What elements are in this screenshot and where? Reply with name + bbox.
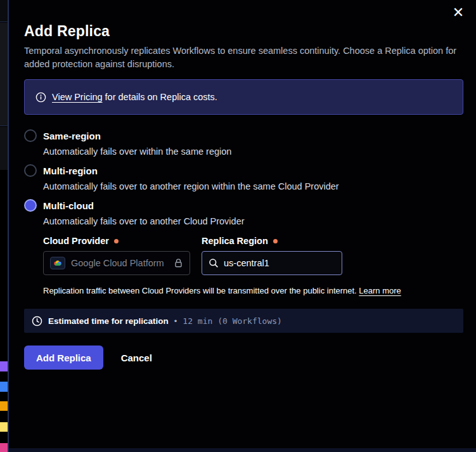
region-color-chip bbox=[0, 382, 8, 392]
option-label[interactable]: Multi-cloud bbox=[43, 200, 94, 211]
background-row bbox=[0, 23, 8, 126]
multi-cloud-form: Cloud Provider Google Cloud Platform bbox=[43, 236, 463, 275]
estimate-separator: • bbox=[174, 316, 177, 326]
radio-same-region[interactable] bbox=[24, 129, 37, 142]
cloud-provider-field-group: Cloud Provider Google Cloud Platform bbox=[43, 236, 190, 275]
required-dot-icon bbox=[114, 239, 119, 243]
option-label[interactable]: Same-region bbox=[43, 131, 101, 141]
pricing-info-banner: View Pricing for details on Replica cost… bbox=[24, 79, 463, 115]
clock-icon bbox=[32, 316, 42, 326]
estimate-banner: Estimated time for replication • 12 min … bbox=[24, 309, 463, 333]
cancel-button[interactable]: Cancel bbox=[121, 352, 152, 363]
estimate-value: 12 min (0 Workflows) bbox=[183, 316, 282, 326]
background-row bbox=[0, 127, 8, 170]
option-description: Automatically fails over to another regi… bbox=[43, 181, 463, 191]
replica-region-field-group: Replica Region bbox=[202, 236, 342, 275]
background-page-sliver bbox=[0, 0, 8, 452]
add-replica-modal: ✕ Add Replica Temporal asynchronously re… bbox=[9, 0, 476, 452]
option-label[interactable]: Multi-region bbox=[43, 165, 98, 176]
bottom-page-strip bbox=[9, 448, 476, 452]
field-label-text: Replica Region bbox=[202, 236, 268, 246]
cloud-provider-label: Cloud Provider bbox=[43, 236, 190, 246]
background-row bbox=[0, 0, 8, 22]
replica-region-label: Replica Region bbox=[202, 236, 342, 246]
traffic-note-text: Replication traffic between Cloud Provid… bbox=[43, 286, 359, 295]
traffic-note: Replication traffic between Cloud Provid… bbox=[43, 286, 463, 295]
gcp-logo-icon bbox=[50, 257, 65, 269]
close-icon[interactable]: ✕ bbox=[449, 4, 467, 22]
option-description: Automatically fails over to another Clou… bbox=[43, 216, 463, 226]
info-icon bbox=[35, 92, 46, 103]
learn-more-link[interactable]: Learn more bbox=[359, 286, 401, 295]
option-multi-region: Multi-region Automatically fails over to… bbox=[24, 164, 463, 191]
lock-icon bbox=[174, 258, 183, 268]
pricing-banner-text: View Pricing for details on Replica cost… bbox=[52, 92, 217, 102]
radio-multi-cloud[interactable] bbox=[24, 199, 37, 212]
replica-option-group: Same-region Automatically fails over wit… bbox=[24, 129, 463, 295]
option-multi-cloud: Multi-cloud Automatically fails over to … bbox=[24, 199, 463, 295]
option-same-region: Same-region Automatically fails over wit… bbox=[24, 129, 463, 157]
add-replica-button[interactable]: Add Replica bbox=[24, 345, 103, 370]
search-icon bbox=[209, 258, 219, 268]
region-color-chip bbox=[0, 361, 8, 371]
region-color-chip bbox=[0, 401, 8, 411]
region-color-chip bbox=[0, 443, 8, 452]
pricing-banner-rest: for details on Replica costs. bbox=[103, 92, 217, 102]
replica-region-search-box bbox=[202, 251, 342, 275]
cloud-provider-select[interactable]: Google Cloud Platform bbox=[43, 251, 190, 275]
modal-actions: Add Replica Cancel bbox=[24, 345, 463, 370]
modal-description: Temporal asynchronously replicates Workf… bbox=[24, 44, 463, 71]
region-color-chip bbox=[0, 422, 8, 432]
page-title: Add Replica bbox=[24, 23, 463, 40]
option-description: Automatically fails over within the same… bbox=[43, 146, 463, 157]
cloud-provider-value: Google Cloud Platform bbox=[71, 258, 168, 268]
field-label-text: Cloud Provider bbox=[43, 236, 109, 246]
estimate-label: Estimated time for replication bbox=[48, 316, 169, 326]
radio-multi-region[interactable] bbox=[24, 164, 37, 177]
view-pricing-link[interactable]: View Pricing bbox=[52, 92, 103, 102]
required-dot-icon bbox=[273, 239, 278, 243]
replica-region-input[interactable] bbox=[224, 258, 325, 268]
